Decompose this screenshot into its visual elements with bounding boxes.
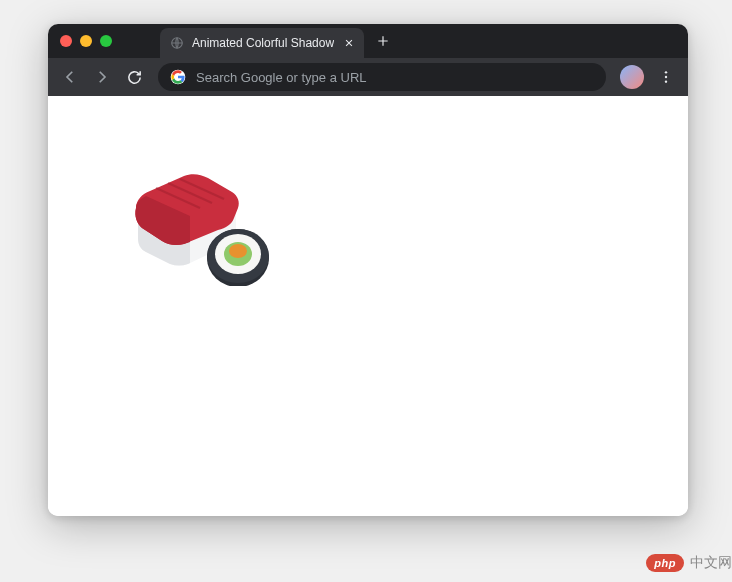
url-input[interactable] [196,70,594,85]
watermark: php 中文网 [646,554,732,572]
watermark-text: 中文网 [690,554,732,572]
address-bar[interactable] [158,63,606,91]
svg-point-4 [665,80,667,82]
svg-point-3 [665,76,667,78]
new-tab-button[interactable] [370,28,396,54]
back-button[interactable] [56,63,84,91]
window-close-button[interactable] [60,35,72,47]
globe-icon [170,36,184,50]
profile-avatar[interactable] [620,65,644,89]
forward-button[interactable] [88,63,116,91]
close-tab-button[interactable] [342,36,356,50]
menu-button[interactable] [652,63,680,91]
window-maximize-button[interactable] [100,35,112,47]
google-icon [170,69,186,85]
svg-point-9 [229,244,247,258]
browser-tab[interactable]: Animated Colorful Shadow [160,28,364,58]
toolbar [48,58,688,96]
svg-point-2 [665,71,667,73]
tab-title: Animated Colorful Shadow [192,36,334,50]
window-minimize-button[interactable] [80,35,92,47]
watermark-badge: php [646,554,684,572]
sushi-illustration [128,156,283,286]
window-controls [48,35,124,47]
titlebar: Animated Colorful Shadow [48,24,688,58]
page-viewport [48,96,688,516]
reload-button[interactable] [120,63,148,91]
browser-window: Animated Colorful Shadow [48,24,688,516]
